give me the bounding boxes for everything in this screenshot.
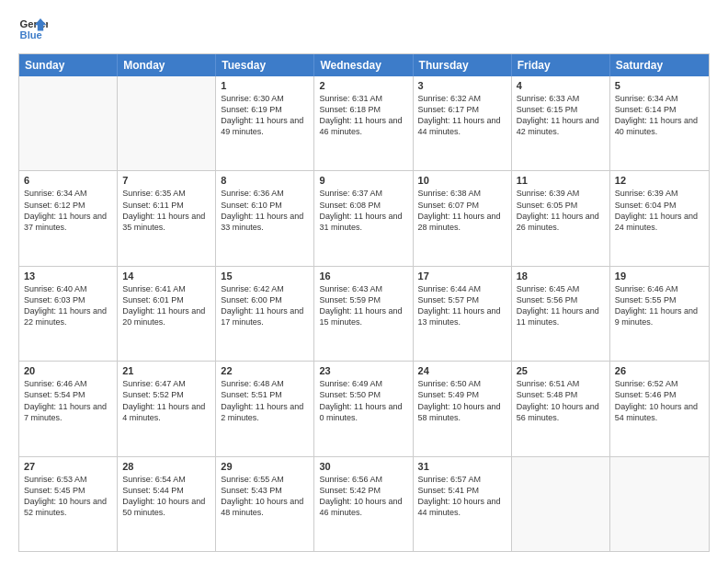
day-number: 18 bbox=[517, 270, 605, 282]
calendar-cell bbox=[512, 457, 610, 551]
calendar-cell: 27Sunrise: 6:53 AMSunset: 5:45 PMDayligh… bbox=[19, 457, 118, 551]
cell-info: Sunrise: 6:35 AMSunset: 6:11 PMDaylight:… bbox=[122, 188, 210, 233]
cell-info: Sunrise: 6:54 AMSunset: 5:44 PMDaylight:… bbox=[122, 474, 210, 519]
calendar-cell: 30Sunrise: 6:56 AMSunset: 5:42 PMDayligh… bbox=[314, 457, 413, 551]
day-number: 21 bbox=[122, 365, 210, 376]
day-header-wednesday: Wednesday bbox=[314, 54, 413, 76]
calendar-cell: 19Sunrise: 6:46 AMSunset: 5:55 PMDayligh… bbox=[610, 267, 709, 361]
day-number: 19 bbox=[615, 270, 704, 282]
day-number: 2 bbox=[319, 80, 407, 91]
cell-info: Sunrise: 6:41 AMSunset: 6:01 PMDaylight:… bbox=[122, 283, 210, 328]
cell-info: Sunrise: 6:43 AMSunset: 5:59 PMDaylight:… bbox=[319, 283, 407, 328]
day-number: 12 bbox=[615, 175, 704, 186]
calendar-cell: 3Sunrise: 6:32 AMSunset: 6:17 PMDaylight… bbox=[414, 76, 512, 170]
day-number: 6 bbox=[24, 175, 112, 186]
day-header-monday: Monday bbox=[118, 54, 216, 76]
day-number: 13 bbox=[24, 270, 112, 282]
cell-info: Sunrise: 6:34 AMSunset: 6:14 PMDaylight:… bbox=[615, 93, 704, 138]
calendar-cell: 7Sunrise: 6:35 AMSunset: 6:11 PMDaylight… bbox=[118, 171, 216, 265]
day-number: 22 bbox=[221, 365, 309, 376]
day-number: 25 bbox=[517, 365, 605, 376]
day-number: 8 bbox=[221, 175, 309, 186]
day-number: 9 bbox=[319, 175, 407, 186]
day-number: 23 bbox=[319, 365, 407, 376]
calendar-cell bbox=[19, 76, 118, 170]
cell-info: Sunrise: 6:49 AMSunset: 5:50 PMDaylight:… bbox=[319, 378, 407, 423]
calendar-row-3: 13Sunrise: 6:40 AMSunset: 6:03 PMDayligh… bbox=[19, 266, 709, 361]
day-number: 20 bbox=[24, 365, 112, 376]
calendar-cell: 12Sunrise: 6:39 AMSunset: 6:04 PMDayligh… bbox=[610, 171, 709, 265]
cell-info: Sunrise: 6:50 AMSunset: 5:49 PMDaylight:… bbox=[418, 378, 506, 423]
day-number: 26 bbox=[615, 365, 704, 376]
calendar-cell: 23Sunrise: 6:49 AMSunset: 5:50 PMDayligh… bbox=[314, 362, 413, 455]
day-number: 29 bbox=[221, 461, 309, 472]
cell-info: Sunrise: 6:39 AMSunset: 6:04 PMDaylight:… bbox=[615, 188, 704, 233]
cell-info: Sunrise: 6:40 AMSunset: 6:03 PMDaylight:… bbox=[24, 283, 112, 328]
calendar-cell: 25Sunrise: 6:51 AMSunset: 5:48 PMDayligh… bbox=[512, 362, 610, 455]
day-number: 15 bbox=[221, 270, 309, 282]
calendar-cell: 11Sunrise: 6:39 AMSunset: 6:05 PMDayligh… bbox=[512, 171, 610, 265]
calendar-cell: 26Sunrise: 6:52 AMSunset: 5:46 PMDayligh… bbox=[610, 362, 709, 455]
cell-info: Sunrise: 6:37 AMSunset: 6:08 PMDaylight:… bbox=[319, 188, 407, 233]
day-number: 10 bbox=[418, 175, 506, 186]
cell-info: Sunrise: 6:30 AMSunset: 6:19 PMDaylight:… bbox=[221, 93, 309, 138]
cell-info: Sunrise: 6:39 AMSunset: 6:05 PMDaylight:… bbox=[517, 188, 605, 233]
day-number: 24 bbox=[418, 365, 506, 376]
calendar-cell: 6Sunrise: 6:34 AMSunset: 6:12 PMDaylight… bbox=[19, 171, 118, 265]
cell-info: Sunrise: 6:47 AMSunset: 5:52 PMDaylight:… bbox=[122, 378, 210, 423]
calendar-body: 1Sunrise: 6:30 AMSunset: 6:19 PMDaylight… bbox=[19, 76, 709, 551]
calendar-cell: 31Sunrise: 6:57 AMSunset: 5:41 PMDayligh… bbox=[414, 457, 512, 551]
calendar-cell: 5Sunrise: 6:34 AMSunset: 6:14 PMDaylight… bbox=[610, 76, 709, 170]
calendar-cell: 29Sunrise: 6:55 AMSunset: 5:43 PMDayligh… bbox=[216, 457, 314, 551]
calendar-cell: 20Sunrise: 6:46 AMSunset: 5:54 PMDayligh… bbox=[19, 362, 118, 455]
day-number: 17 bbox=[418, 270, 506, 282]
day-number: 1 bbox=[221, 80, 309, 91]
day-header-friday: Friday bbox=[512, 54, 610, 76]
day-number: 5 bbox=[615, 80, 704, 91]
logo: General Blue bbox=[18, 15, 48, 44]
cell-info: Sunrise: 6:42 AMSunset: 6:00 PMDaylight:… bbox=[221, 283, 309, 328]
cell-info: Sunrise: 6:46 AMSunset: 5:54 PMDaylight:… bbox=[24, 378, 112, 423]
calendar: SundayMondayTuesdayWednesdayThursdayFrid… bbox=[18, 53, 710, 552]
cell-info: Sunrise: 6:32 AMSunset: 6:17 PMDaylight:… bbox=[418, 93, 506, 138]
calendar-cell bbox=[118, 76, 216, 170]
day-header-thursday: Thursday bbox=[414, 54, 512, 76]
cell-info: Sunrise: 6:55 AMSunset: 5:43 PMDaylight:… bbox=[221, 474, 309, 519]
calendar-row-4: 20Sunrise: 6:46 AMSunset: 5:54 PMDayligh… bbox=[19, 361, 709, 455]
day-header-saturday: Saturday bbox=[610, 54, 709, 76]
cell-info: Sunrise: 6:56 AMSunset: 5:42 PMDaylight:… bbox=[319, 474, 407, 519]
calendar-cell: 22Sunrise: 6:48 AMSunset: 5:51 PMDayligh… bbox=[216, 362, 314, 455]
calendar-cell: 1Sunrise: 6:30 AMSunset: 6:19 PMDaylight… bbox=[216, 76, 314, 170]
day-number: 3 bbox=[418, 80, 506, 91]
cell-info: Sunrise: 6:57 AMSunset: 5:41 PMDaylight:… bbox=[418, 474, 506, 519]
cell-info: Sunrise: 6:36 AMSunset: 6:10 PMDaylight:… bbox=[221, 188, 309, 233]
calendar-row-2: 6Sunrise: 6:34 AMSunset: 6:12 PMDaylight… bbox=[19, 170, 709, 265]
cell-info: Sunrise: 6:48 AMSunset: 5:51 PMDaylight:… bbox=[221, 378, 309, 423]
calendar-cell: 13Sunrise: 6:40 AMSunset: 6:03 PMDayligh… bbox=[19, 267, 118, 361]
calendar-row-5: 27Sunrise: 6:53 AMSunset: 5:45 PMDayligh… bbox=[19, 456, 709, 551]
day-header-sunday: Sunday bbox=[19, 54, 118, 76]
calendar-cell: 17Sunrise: 6:44 AMSunset: 5:57 PMDayligh… bbox=[414, 267, 512, 361]
day-number: 11 bbox=[517, 175, 605, 186]
calendar-cell: 8Sunrise: 6:36 AMSunset: 6:10 PMDaylight… bbox=[216, 171, 314, 265]
calendar-cell: 24Sunrise: 6:50 AMSunset: 5:49 PMDayligh… bbox=[414, 362, 512, 455]
day-header-tuesday: Tuesday bbox=[216, 54, 314, 76]
day-number: 27 bbox=[24, 461, 112, 472]
cell-info: Sunrise: 6:33 AMSunset: 6:15 PMDaylight:… bbox=[517, 93, 605, 138]
cell-info: Sunrise: 6:34 AMSunset: 6:12 PMDaylight:… bbox=[24, 188, 112, 233]
day-number: 4 bbox=[517, 80, 605, 91]
calendar-cell: 10Sunrise: 6:38 AMSunset: 6:07 PMDayligh… bbox=[414, 171, 512, 265]
cell-info: Sunrise: 6:46 AMSunset: 5:55 PMDaylight:… bbox=[615, 283, 704, 328]
day-number: 28 bbox=[122, 461, 210, 472]
day-number: 31 bbox=[418, 461, 506, 472]
calendar-cell: 16Sunrise: 6:43 AMSunset: 5:59 PMDayligh… bbox=[314, 267, 413, 361]
day-number: 7 bbox=[122, 175, 210, 186]
cell-info: Sunrise: 6:53 AMSunset: 5:45 PMDaylight:… bbox=[24, 474, 112, 519]
calendar-cell: 2Sunrise: 6:31 AMSunset: 6:18 PMDaylight… bbox=[314, 76, 413, 170]
calendar-header: SundayMondayTuesdayWednesdayThursdayFrid… bbox=[19, 54, 709, 76]
day-number: 14 bbox=[122, 270, 210, 282]
calendar-cell: 18Sunrise: 6:45 AMSunset: 5:56 PMDayligh… bbox=[512, 267, 610, 361]
cell-info: Sunrise: 6:38 AMSunset: 6:07 PMDaylight:… bbox=[418, 188, 506, 233]
calendar-cell: 4Sunrise: 6:33 AMSunset: 6:15 PMDaylight… bbox=[512, 76, 610, 170]
cell-info: Sunrise: 6:45 AMSunset: 5:56 PMDaylight:… bbox=[517, 283, 605, 328]
